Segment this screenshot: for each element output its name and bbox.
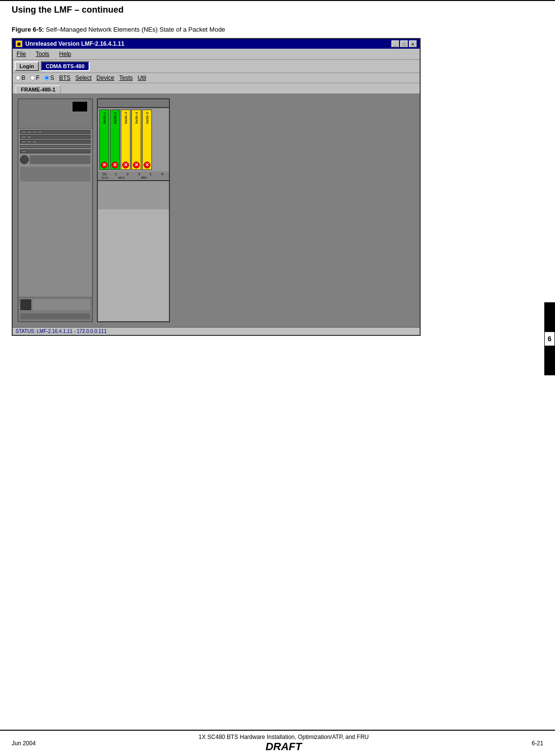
card-5[interactable]: NetM–5 ✕: [142, 110, 152, 170]
bts-top-section: [18, 99, 92, 129]
frame-tab-area: FRAME-480-1: [13, 83, 420, 93]
nav-select[interactable]: Select: [75, 74, 92, 81]
nav-util[interactable]: Util: [138, 74, 146, 81]
maximize-button[interactable]: □: [400, 40, 408, 47]
bts-bottom-section: [18, 297, 92, 321]
page-title-continued: – continued: [72, 5, 124, 15]
bts-slot-row-3: [20, 140, 91, 144]
cards-area: NetM–1 ✕ NetM–2 ✕ NetM–3: [98, 108, 169, 171]
footer-page-number: 6-21: [532, 740, 543, 747]
card-1[interactable]: NetM–1 ✕: [99, 110, 109, 170]
page-footer: Jun 2004 1X SC480 BTS Hardware Installat…: [0, 730, 555, 756]
bts-bottom-module: [20, 299, 31, 310]
minimize-button[interactable]: _: [391, 40, 399, 47]
menu-bar: File Tools Help: [13, 49, 420, 60]
fault-indicator-3: ✕: [122, 162, 129, 168]
fault-indicator-4: ✕: [133, 162, 140, 168]
radio-f[interactable]: F: [30, 74, 39, 81]
window-titlebar: ▣ Unreleased Version LMF-2.16.4.1.11 _ □…: [13, 39, 420, 49]
menu-file[interactable]: File: [15, 50, 28, 58]
radio-b-input[interactable]: [16, 75, 20, 80]
bts-black-box: [73, 102, 87, 111]
slot-numbers-row: G1 1 2 3 1 4 GLI3 MCC BBX: [98, 171, 169, 180]
menu-help[interactable]: Help: [57, 50, 73, 58]
card-2[interactable]: NetM–2 ✕: [110, 110, 120, 170]
app-icon: ▣: [16, 40, 22, 47]
radio-s-input[interactable]: [44, 75, 49, 80]
chapter-marker: 6: [544, 302, 555, 375]
figure-caption: Figure 6-5: Self–Managed Network Element…: [0, 17, 555, 38]
panel-top-bar: [98, 99, 169, 108]
page-title-text: Using the LMF: [12, 5, 72, 15]
login-toolbar: Login CDMA BTS-480: [13, 60, 420, 73]
frame-tab[interactable]: FRAME-480-1: [16, 85, 61, 93]
figure-caption-text: Self–Managed Network Elements (NEs) Stat…: [46, 26, 225, 33]
nav-device[interactable]: Device: [96, 74, 114, 81]
bts-slot-row-2: [20, 135, 91, 139]
main-content: NetM–1 ✕ NetM–2 ✕ NetM–3: [13, 93, 420, 327]
status-bar: STATUS: LMF-2.16.4.1.11 - 172.0.0.0.111: [13, 327, 420, 335]
fault-indicator-1: ✕: [101, 162, 108, 168]
panel-bottom: [98, 180, 169, 209]
chapter-marker-bar-top: [544, 302, 555, 332]
footer-center-text: 1X SC480 BTS Hardware Installation, Opti…: [199, 734, 369, 740]
radio-f-input[interactable]: [30, 75, 35, 80]
chapter-marker-bar-bottom: [544, 346, 555, 375]
cdma-bts-button[interactable]: CDMA BTS-480: [41, 61, 90, 71]
bts-mid-section: [18, 129, 92, 297]
lmf-window: ▣ Unreleased Version LMF-2.16.4.1.11 _ □…: [12, 38, 421, 336]
card-4[interactable]: NetM–4 ✕: [131, 110, 141, 170]
card-3[interactable]: NetM–3 ✕: [121, 110, 130, 170]
radio-s[interactable]: S: [44, 74, 54, 81]
equipment-panel: NetM–1 ✕ NetM–2 ✕ NetM–3: [97, 98, 170, 322]
fault-indicator-2: ✕: [111, 162, 118, 168]
titlebar-buttons[interactable]: _ □ ×: [391, 40, 417, 47]
footer-draft: DRAFT: [199, 740, 369, 753]
page-header: Using the LMF – continued: [0, 1, 555, 17]
figure-label: Figure 6-5:: [12, 26, 44, 33]
bts-slot-row-4: [20, 149, 91, 153]
bts-rack-outer: [18, 98, 93, 322]
fault-indicator-5: ✕: [144, 162, 150, 168]
chapter-marker-number: 6: [544, 332, 555, 346]
menu-tools[interactable]: Tools: [34, 50, 51, 58]
login-button[interactable]: Login: [15, 61, 39, 71]
radio-b[interactable]: B: [16, 74, 25, 81]
page-title: Using the LMF – continued: [12, 5, 124, 15]
footer-date: Jun 2004: [12, 740, 36, 747]
bts-slot-row-1: [20, 130, 91, 134]
titlebar-left: ▣ Unreleased Version LMF-2.16.4.1.11: [16, 40, 124, 47]
window-title-text: Unreleased Version LMF-2.16.4.1.11: [25, 40, 124, 47]
nav-tests[interactable]: Tests: [119, 74, 133, 81]
nav-bar: B F S BTS Select Device Tests Util: [13, 73, 420, 83]
footer-center-block: 1X SC480 BTS Hardware Installation, Opti…: [199, 734, 369, 753]
close-button[interactable]: ×: [409, 40, 417, 47]
nav-bts[interactable]: BTS: [59, 74, 70, 81]
round-element: [20, 155, 29, 164]
